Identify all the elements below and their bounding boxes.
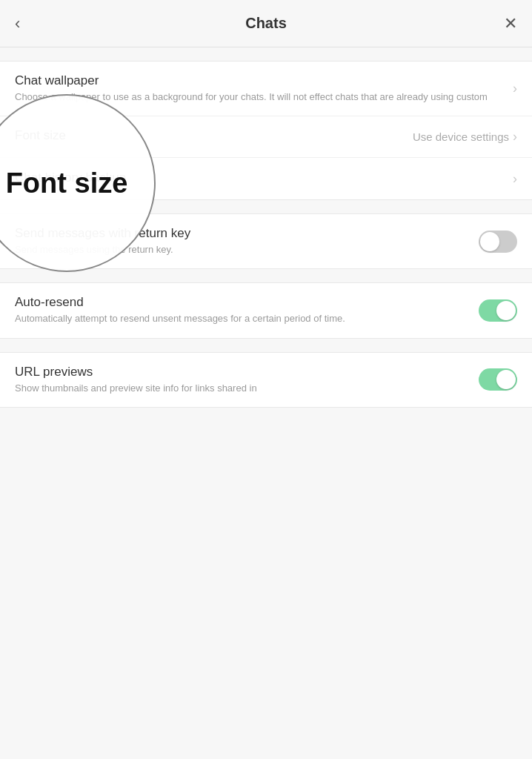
auto-resend-item[interactable]: Auto-resend Automatically attempt to res… xyxy=(0,283,532,337)
url-previews-title: URL previews xyxy=(15,365,471,380)
page-title: Chats xyxy=(44,15,488,32)
close-button[interactable]: ✕ xyxy=(488,14,517,33)
chat-wallpaper-subtitle: Choose a wallpaper to use as a backgroun… xyxy=(15,90,505,104)
chevron-right-icon: › xyxy=(513,129,517,145)
toggle-knob xyxy=(496,301,516,320)
send-messages-subtitle: Send messages using the return key. xyxy=(15,243,471,256)
chevron-right-icon: › xyxy=(513,81,517,96)
appearance-section: Chat wallpaper Choose a wallpaper to use… xyxy=(0,61,532,200)
font-size-value: Use device settings xyxy=(413,130,509,143)
chat-wallpaper-item[interactable]: Chat wallpaper Choose a wallpaper to use… xyxy=(0,62,532,116)
url-previews-section: URL previews Show thumbnails and preview… xyxy=(0,352,532,408)
url-previews-item[interactable]: URL previews Show thumbnails and preview… xyxy=(0,353,532,407)
url-previews-toggle[interactable] xyxy=(479,368,517,391)
chevron-right-icon: › xyxy=(513,171,517,187)
toggle-knob xyxy=(496,370,516,389)
auto-resend-title: Auto-resend xyxy=(15,295,471,310)
chat-history-backup-title: Chat history backup xyxy=(15,170,505,185)
chat-history-backup-item[interactable]: Chat history backup › xyxy=(0,158,532,199)
send-messages-title: Send messages with return key xyxy=(15,226,471,241)
messaging-section: Send messages with return key Send messa… xyxy=(0,213,532,269)
font-size-title: Font size xyxy=(15,128,405,143)
auto-resend-toggle[interactable] xyxy=(479,299,517,322)
auto-resend-subtitle: Automatically attempt to resend unsent m… xyxy=(15,312,471,325)
header: ‹ Chats ✕ xyxy=(0,0,532,47)
url-previews-subtitle: Show thumbnails and preview site info fo… xyxy=(15,382,471,395)
toggle-knob xyxy=(480,232,499,251)
back-button[interactable]: ‹ xyxy=(15,14,44,33)
send-messages-return-key-item[interactable]: Send messages with return key Send messa… xyxy=(0,214,532,268)
send-messages-toggle[interactable] xyxy=(479,231,517,253)
chat-wallpaper-title: Chat wallpaper xyxy=(15,73,505,88)
font-size-item[interactable]: Font size Font size Use device settings … xyxy=(0,116,532,158)
auto-resend-section: Auto-resend Automatically attempt to res… xyxy=(0,282,532,338)
